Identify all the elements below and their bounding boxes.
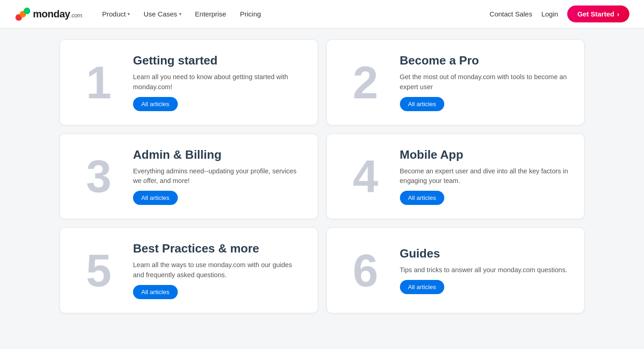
nav-use-cases[interactable]: Use Cases ▾ — [138, 6, 186, 21]
all-articles-button-4[interactable]: All articles — [400, 191, 445, 205]
cards-grid: 1 Getting started Learn all you need to … — [59, 39, 585, 313]
all-articles-button-5[interactable]: All articles — [133, 285, 178, 299]
logo-text: monday.com — [33, 8, 82, 20]
card-title-5: Best Practices & more — [133, 242, 305, 256]
nav-links: Product ▾ Use Cases ▾ Enterprise Pricing — [97, 6, 490, 21]
card-3: 3 Admin & Billing Everything admins need… — [59, 134, 318, 220]
nav-enterprise[interactable]: Enterprise — [190, 6, 232, 21]
card-description-2: Get the most out of monday.com with tool… — [400, 72, 572, 92]
chevron-down-icon: ▾ — [179, 11, 181, 16]
chevron-down-icon: ▾ — [128, 11, 130, 16]
card-content-1: Getting started Learn all you need to kn… — [133, 54, 305, 111]
all-articles-button-3[interactable]: All articles — [133, 191, 178, 205]
login-link[interactable]: Login — [541, 10, 558, 18]
card-title-1: Getting started — [133, 54, 305, 68]
card-6: 6 Guides Tips and tricks to answer all y… — [326, 227, 585, 313]
card-description-1: Learn all you need to know about getting… — [133, 72, 305, 92]
card-description-6: Tips and tricks to answer all your monda… — [400, 265, 568, 275]
card-title-4: Mobile App — [400, 148, 572, 162]
card-content-2: Become a Pro Get the most out of monday.… — [400, 54, 572, 111]
card-title-3: Admin & Billing — [133, 148, 305, 162]
card-description-4: Become an expert user and dive into all … — [400, 166, 572, 187]
card-title-2: Become a Pro — [400, 54, 572, 68]
card-content-3: Admin & Billing Everything admins need--… — [133, 148, 305, 205]
all-articles-button-2[interactable]: All articles — [400, 97, 445, 111]
nav-pricing[interactable]: Pricing — [234, 6, 266, 21]
all-articles-button-6[interactable]: All articles — [400, 280, 445, 294]
logo[interactable]: monday.com — [15, 6, 82, 22]
get-started-button[interactable]: Get Started › — [567, 5, 629, 22]
card-title-6: Guides — [400, 247, 568, 261]
card-1: 1 Getting started Learn all you need to … — [59, 39, 318, 125]
main-content: 1 Getting started Learn all you need to … — [0, 28, 644, 324]
card-number-2: 2 — [336, 59, 395, 105]
all-articles-button-1[interactable]: All articles — [133, 97, 178, 111]
nav-right: Contact Sales Login Get Started › — [490, 5, 629, 22]
card-number-6: 6 — [336, 247, 395, 293]
card-2: 2 Become a Pro Get the most out of monda… — [326, 39, 585, 125]
card-number-5: 5 — [69, 247, 128, 293]
card-content-4: Mobile App Become an expert user and div… — [400, 148, 572, 205]
navbar: monday.com Product ▾ Use Cases ▾ Enterpr… — [0, 0, 644, 28]
card-content-6: Guides Tips and tricks to answer all you… — [400, 247, 568, 294]
card-number-1: 1 — [69, 59, 128, 105]
nav-product[interactable]: Product ▾ — [97, 6, 136, 21]
svg-point-2 — [24, 7, 30, 14]
card-description-5: Learn all the ways to use monday.com wit… — [133, 260, 305, 280]
card-description-3: Everything admins need--updating your pr… — [133, 166, 305, 187]
card-content-5: Best Practices & more Learn all the ways… — [133, 242, 305, 299]
card-4: 4 Mobile App Become an expert user and d… — [326, 134, 585, 220]
card-number-3: 3 — [69, 153, 128, 199]
card-5: 5 Best Practices & more Learn all the wa… — [59, 227, 318, 313]
card-number-4: 4 — [336, 153, 395, 199]
arrow-right-icon: › — [617, 10, 619, 18]
contact-sales-link[interactable]: Contact Sales — [490, 10, 532, 18]
